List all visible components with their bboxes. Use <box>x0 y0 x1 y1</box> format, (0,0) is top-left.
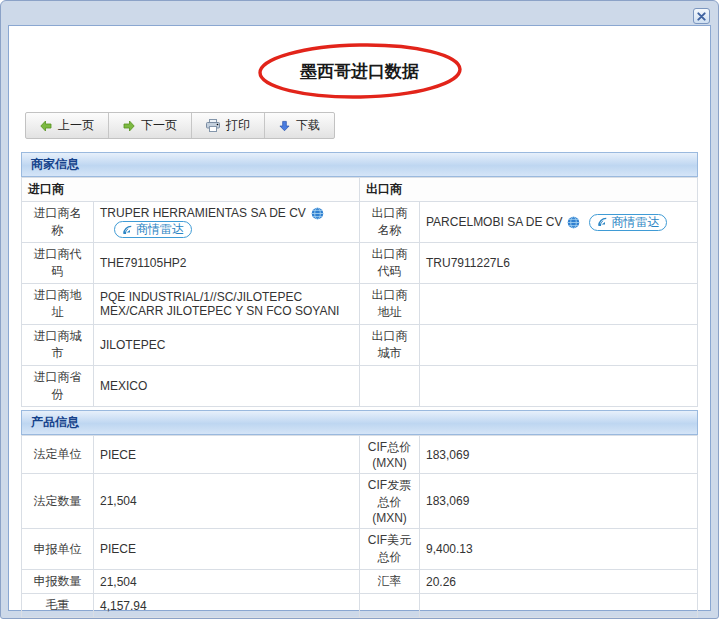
field-label: 进口商省份 <box>22 366 94 407</box>
field-value: 183,069 <box>420 474 698 529</box>
field-value: 9,400.13 <box>420 529 698 570</box>
field-value <box>420 594 698 618</box>
table-row: 毛重 4,157.94 <box>22 594 698 618</box>
table-row: 进口商名称 TRUPER HERRAMIENTAS SA DE CV <box>22 202 698 243</box>
field-value: TRU7911227L6 <box>420 243 698 284</box>
field-label: 法定数量 <box>22 474 94 529</box>
importer-name-cell: TRUPER HERRAMIENTAS SA DE CV <box>94 202 360 243</box>
print-label: 打印 <box>226 117 250 134</box>
field-label <box>360 594 420 618</box>
table-row: 申报单位 PIECE CIF美元总价 9,400.13 <box>22 529 698 570</box>
importer-name: TRUPER HERRAMIENTAS SA DE CV <box>100 206 306 220</box>
field-label: 出口商地址 <box>360 284 420 325</box>
prev-page-button[interactable]: 上一页 <box>26 113 109 138</box>
table-row: 进口商城市 JILOTEPEC 出口商城市 <box>22 325 698 366</box>
product-table: 法定单位 PIECE CIF总价(MXN) 183,069 法定数量 21,50… <box>21 435 698 618</box>
field-label: 出口商名称 <box>360 202 420 243</box>
section-header-merchant: 商家信息 <box>21 152 698 177</box>
field-label: 汇率 <box>360 570 420 594</box>
table-row: 进口商省份 MEXICO <box>22 366 698 407</box>
table-row: 法定单位 PIECE CIF总价(MXN) 183,069 <box>22 436 698 474</box>
radar-badge[interactable]: 商情雷达 <box>589 214 667 231</box>
page-title: 墨西哥进口数据 <box>21 60 698 83</box>
table-row: 进口商 出口商 <box>22 178 698 202</box>
field-label: 进口商城市 <box>22 325 94 366</box>
arrow-left-icon <box>40 120 52 132</box>
exporter-name-cell: PARCELMOBI SA DE CV 商情雷达 <box>420 202 698 243</box>
field-value: 4,157.94 <box>94 594 360 618</box>
table-row: 申报数量 21,504 汇率 20.26 <box>22 570 698 594</box>
field-value <box>420 284 698 325</box>
print-button[interactable]: 打印 <box>192 113 265 138</box>
download-label: 下载 <box>296 117 320 134</box>
dialog-titlebar <box>1 1 718 25</box>
field-label: CIF发票总价(MXN) <box>360 474 420 529</box>
field-label: 申报数量 <box>22 570 94 594</box>
exporter-name: PARCELMOBI SA DE CV <box>426 215 562 229</box>
field-value: JILOTEPEC <box>94 325 360 366</box>
field-label: 法定单位 <box>22 436 94 474</box>
radar-badge-label: 商情雷达 <box>611 214 659 231</box>
table-row: 进口商地址 PQE INDUSTRIAL/1//SC/JILOTEPEC MEX… <box>22 284 698 325</box>
dialog-content: 墨西哥进口数据 上一页 下一页 <box>8 25 711 611</box>
field-value: 21,504 <box>94 570 360 594</box>
field-label: 申报单位 <box>22 529 94 570</box>
section-product: 产品信息 法定单位 PIECE CIF总价(MXN) 183,069 法定数量 … <box>21 410 698 618</box>
field-value: 183,069 <box>420 436 698 474</box>
field-label: 出口商城市 <box>360 325 420 366</box>
merchant-table: 进口商 出口商 进口商名称 TRUPER HERRAMIENTAS SA DE … <box>21 177 698 407</box>
field-label: 出口商代码 <box>360 243 420 284</box>
toolbar: 上一页 下一页 打印 <box>25 112 335 139</box>
printer-icon <box>206 119 220 132</box>
radar-badge[interactable]: 商情雷达 <box>114 221 192 238</box>
field-label: 进口商代码 <box>22 243 94 284</box>
prev-page-label: 上一页 <box>58 117 94 134</box>
table-row: 进口商代码 THE791105HP2 出口商代码 TRU7911227L6 <box>22 243 698 284</box>
section-header-product: 产品信息 <box>21 410 698 435</box>
radar-icon <box>597 217 608 227</box>
field-value: 20.26 <box>420 570 698 594</box>
field-label: 进口商名称 <box>22 202 94 243</box>
field-label: 进口商地址 <box>22 284 94 325</box>
table-row: 法定数量 21,504 CIF发票总价(MXN) 183,069 <box>22 474 698 529</box>
field-label: 毛重 <box>22 594 94 618</box>
close-icon <box>697 12 706 21</box>
download-button[interactable]: 下载 <box>265 113 334 138</box>
arrow-right-icon <box>123 120 135 132</box>
dialog-window: 墨西哥进口数据 上一页 下一页 <box>0 0 719 619</box>
globe-icon[interactable] <box>567 216 580 229</box>
arrow-down-icon <box>279 120 290 132</box>
field-value <box>420 366 698 407</box>
field-value: PIECE <box>94 529 360 570</box>
field-value: 21,504 <box>94 474 360 529</box>
field-value <box>420 325 698 366</box>
section-merchant: 商家信息 进口商 出口商 进口商名称 TRUPER HERRAMIENTAS S… <box>21 152 698 407</box>
next-page-button[interactable]: 下一页 <box>109 113 192 138</box>
field-value: MEXICO <box>94 366 360 407</box>
next-page-label: 下一页 <box>141 117 177 134</box>
field-label: CIF总价(MXN) <box>360 436 420 474</box>
radar-badge-label: 商情雷达 <box>136 221 184 238</box>
title-area: 墨西哥进口数据 <box>21 26 698 112</box>
field-label: CIF美元总价 <box>360 529 420 570</box>
radar-icon <box>122 225 133 235</box>
field-value: THE791105HP2 <box>94 243 360 284</box>
field-value: PQE INDUSTRIAL/1//SC/JILOTEPEC MEX/CARR … <box>94 284 360 325</box>
field-value: PIECE <box>94 436 360 474</box>
field-label <box>360 366 420 407</box>
exporter-column-header: 出口商 <box>360 178 698 202</box>
importer-column-header: 进口商 <box>22 178 360 202</box>
globe-icon[interactable] <box>311 207 324 220</box>
close-button[interactable] <box>693 8 710 24</box>
